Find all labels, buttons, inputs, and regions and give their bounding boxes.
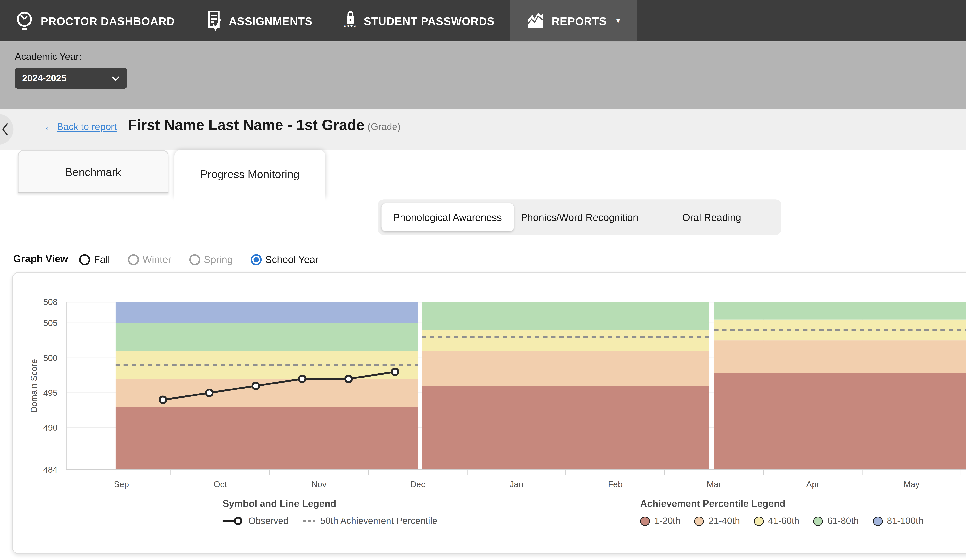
nav-label: STUDENT PASSWORDS [364,15,495,27]
svg-text:Jan: Jan [510,480,523,489]
svg-text:Domain Score: Domain Score [29,359,39,413]
radio-label: Spring [204,254,233,265]
svg-text:508: 508 [43,297,58,307]
legend-item: 1-20th [640,516,680,526]
observed-label: Observed [248,516,288,526]
subtab-oral-reading[interactable]: Oral Reading [646,203,778,231]
radio-spring[interactable]: Spring [189,254,233,265]
nav-label: REPORTS [552,15,607,27]
page-title: First Name Last Name - 1st Grade(Grade) [128,117,401,134]
radio-circle-icon [189,254,200,265]
nav-student-passwords[interactable]: **** STUDENT PASSWORDS [328,0,510,41]
nav-proctor-dashboard[interactable]: PROCTOR DASHBOARD [0,0,190,41]
observed-symbol-icon [223,517,243,526]
lock-icon: **** [344,10,357,31]
svg-text:Feb: Feb [608,480,623,489]
academic-year-select[interactable]: 2024-2025 [15,68,127,88]
area-chart-icon [526,11,545,30]
median-label: 50th Achievement Percentile [320,516,437,526]
tab-progress-monitoring[interactable]: Progress Monitoring [174,150,325,197]
top-nav: PROCTOR DASHBOARD ASSIGNMENTS **** S [0,0,966,41]
clipboard-check-icon [206,10,222,31]
radio-label: School Year [265,254,319,265]
legend-item: 41-60th [754,516,799,526]
percentile-color-icon [754,516,764,526]
radio-school-year[interactable]: School Year [250,254,319,265]
nav-reports[interactable]: REPORTS ▼ [510,0,637,41]
password-stars: **** [344,25,357,31]
prev-student-button[interactable] [0,114,13,145]
legend-item: 21-40th [695,516,740,526]
svg-text:490: 490 [43,423,58,432]
subtab-phonics-word-recognition[interactable]: Phonics/Word Recognition [514,203,646,231]
academic-year-value: 2024-2025 [22,73,66,84]
legend-item-label: 41-60th [768,516,799,526]
academic-year-label: Academic Year: [15,51,82,62]
svg-text:Dec: Dec [410,480,425,489]
radio-circle-icon [79,254,90,265]
achievement-percentile-legend: Achievement Percentile Legend 1-20th 21-… [640,498,937,526]
percentile-color-icon [640,516,650,526]
svg-text:484: 484 [43,465,58,474]
symbol-legend-title: Symbol and Line Legend [223,498,437,509]
page: PROCTOR DASHBOARD ASSIGNMENTS **** S [0,0,966,560]
radio-winter[interactable]: Winter [128,254,171,265]
svg-text:May: May [904,480,920,489]
percentile-color-icon [813,516,823,526]
svg-text:Nov: Nov [311,480,327,489]
chevron-left-icon [1,122,10,137]
domain-subtabs: Phonological Awareness Phonics/Word Reco… [378,200,781,235]
svg-text:Oct: Oct [214,480,227,489]
toolbar: Academic Year: 2024-2025 Print [0,41,966,108]
graph-view-options: Fall Winter Spring School Year [79,250,319,269]
radio-circle-icon [128,254,139,265]
radio-label: Winter [143,254,171,265]
back-link-label: Back to report [57,121,117,132]
svg-text:495: 495 [43,388,58,398]
back-to-report-link[interactable]: ← Back to report [44,121,117,132]
svg-text:Apr: Apr [806,480,819,489]
chart-card: 508505500495490484SepOctNovDecJanFebMarA… [12,272,966,554]
left-arrow-icon: ← [44,121,55,132]
subtab-phonological-awareness[interactable]: Phonological Awareness [381,203,514,231]
chevron-down-icon [112,76,120,81]
nav-label: ASSIGNMENTS [229,15,312,27]
gauge-icon [15,10,34,31]
radio-fall[interactable]: Fall [79,254,110,265]
legend-item-label: 1-20th [654,516,680,526]
caret-down-icon: ▼ [615,17,621,25]
percentile-legend-title: Achievement Percentile Legend [640,498,937,509]
legend-item-label: 61-80th [828,516,859,526]
radio-label: Fall [94,254,110,265]
median-line-icon [303,519,315,522]
nav-label: PROCTOR DASHBOARD [41,15,175,27]
main-tabs: Benchmark Progress Monitoring [0,150,966,199]
svg-text:Mar: Mar [707,480,721,489]
legend-item-label: 21-40th [709,516,740,526]
tab-benchmark[interactable]: Benchmark [18,150,169,193]
svg-text:Sep: Sep [114,480,129,489]
graph-view-label: Graph View [13,253,68,264]
radio-selected-icon [250,254,261,265]
svg-text:500: 500 [43,353,58,363]
student-name-grade: First Name Last Name - 1st Grade [128,117,365,133]
percentile-color-icon [873,516,882,526]
svg-text:505: 505 [43,318,58,328]
legend-item: 81-100th [873,516,923,526]
symbol-line-legend: Symbol and Line Legend Observed 50th Ach… [223,498,437,526]
legend-item-label: 81-100th [887,516,923,526]
legend-item: 61-80th [813,516,859,526]
nav-assignments[interactable]: ASSIGNMENTS [190,0,328,41]
grade-subtitle: (Grade) [368,121,401,132]
percentile-color-icon [695,516,704,526]
title-row: ← Back to report First Name Last Name - … [0,108,966,150]
